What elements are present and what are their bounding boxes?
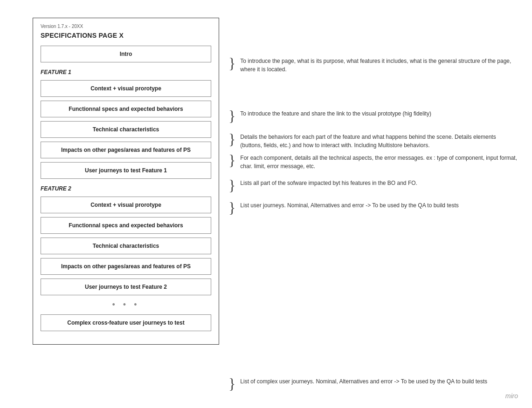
brace-technical: } — [228, 153, 235, 168]
page-title: SPECIFICATIONS PAGE X — [41, 32, 211, 39]
brace-functional: } — [228, 132, 235, 147]
feature2-item-3: Impacts on other pages/areas and feature… — [41, 258, 211, 275]
document-container: Version 1.7.x - 20XX SPECIFICATIONS PAGE… — [33, 18, 219, 345]
annotation-intro-text: To introduce the page, what is its purpo… — [240, 56, 518, 74]
intro-box: Intro — [41, 46, 211, 62]
annotation-technical: } For each component, details all the te… — [228, 153, 518, 170]
feature1-item-4: User journeys to test Feature 1 — [41, 162, 211, 179]
brace-context: } — [228, 109, 235, 123]
feature1-item-0: Context + visual prorotype — [41, 80, 211, 97]
feature2-item-1: Functionnal specs and expected behaviors — [41, 217, 211, 234]
annotation-intro: } To introduce the page, what is its pur… — [228, 56, 518, 74]
brace-intro: } — [228, 56, 235, 71]
brace-journeys: } — [228, 200, 235, 215]
annotation-complex-text: List of complex user journeys. Nominal, … — [240, 376, 487, 386]
feature2-item-4: User journeys to test Feature 2 — [41, 279, 211, 295]
brace-complex: } — [228, 376, 235, 391]
annotation-journeys-text: List user journeys. Nominal, Alternative… — [240, 200, 458, 210]
brace-impacts: } — [228, 178, 235, 193]
annotation-context: } To introduce the feature and share the… — [228, 109, 431, 123]
feature2-item-2: Technical characteristics — [41, 238, 211, 254]
feature1-item-2: Technical characteristics — [41, 121, 211, 138]
annotation-technical-text: For each component, details all the tech… — [240, 153, 518, 170]
feature1-item-1: Functionnal specs and expected behaviors — [41, 101, 211, 117]
annotation-impacts: } Lists all part of the sofware impacted… — [228, 178, 417, 193]
version-label: Version 1.7.x - 20XX — [41, 24, 211, 29]
miro-logo: miro — [505, 392, 518, 400]
annotation-functional: } Details the behaviors for each part of… — [228, 132, 518, 150]
feature2-item-0: Context + visual prorotype — [41, 197, 211, 213]
dots-separator: • • • — [41, 300, 211, 310]
feature2-label: FEATURE 2 — [41, 185, 211, 192]
annotation-complex: } List of complex user journeys. Nominal… — [228, 376, 487, 391]
feature1-label: FEATURE 1 — [41, 69, 211, 75]
annotation-functional-text: Details the behaviors for each part of t… — [240, 132, 518, 150]
feature1-item-3: Impacts on other pages/areas and feature… — [41, 142, 211, 158]
complex-box: Complex cross-feature user journeys to t… — [41, 314, 211, 331]
annotation-context-text: To introduce the feature and share the l… — [240, 109, 431, 118]
annotation-journeys: } List user journeys. Nominal, Alternati… — [228, 200, 459, 215]
annotation-impacts-text: Lists all part of the sofware impacted b… — [240, 178, 417, 187]
